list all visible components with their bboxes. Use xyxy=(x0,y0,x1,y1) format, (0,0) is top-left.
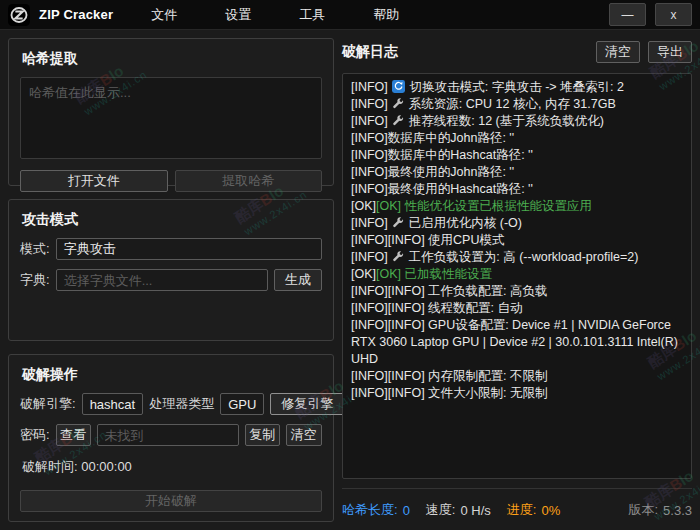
log-line: [INFO][INFO] 工作负载配置: 高负载 xyxy=(351,283,683,300)
progress-value: 0% xyxy=(541,503,560,518)
copy-password-button[interactable]: 复制 xyxy=(245,424,280,446)
log-export-button[interactable]: 导出 xyxy=(648,41,692,63)
view-password-button[interactable]: 查看 xyxy=(56,424,91,446)
right-column: 破解日志 清空 导出 [INFO] 切换攻击模式: 字典攻击 -> 堆叠索引: … xyxy=(342,38,692,522)
log-line: [INFO] 系统资源: CPU 12 核心, 内存 31.7GB xyxy=(351,96,683,113)
start-crack-button[interactable]: 开始破解 xyxy=(20,490,322,512)
log-header: 破解日志 清空 导出 xyxy=(342,40,692,64)
clear-password-button[interactable]: 清空 xyxy=(286,424,322,446)
log-line: [OK][OK] 性能优化设置已根据性能设置应用 xyxy=(351,198,683,215)
log-line: [INFO]数据库中的John路径: '' xyxy=(351,130,683,147)
wrench-icon xyxy=(392,113,404,130)
log-line: [INFO][INFO] 使用CPU模式 xyxy=(351,232,683,249)
window-controls: — x xyxy=(609,3,692,26)
log-line: [INFO][INFO] 文件大小限制: 无限制 xyxy=(351,385,683,402)
extract-hash-button[interactable]: 提取哈希 xyxy=(175,170,323,192)
speed-label: 速度: xyxy=(426,501,456,519)
log-line: [INFO]最终使用的Hashcat路径: '' xyxy=(351,181,683,198)
hash-length-value: 0 xyxy=(403,503,410,518)
log-line: [INFO]数据库中的Hashcat路径: '' xyxy=(351,147,683,164)
log-line: [OK][OK] 已加载性能设置 xyxy=(351,266,683,283)
version-value: 5.3.3 xyxy=(663,503,692,518)
crack-ops-title: 破解操作 xyxy=(22,366,322,384)
crack-time-row: 破解时间: 00:00:00 xyxy=(22,458,322,476)
app-title: ZIP Cracker xyxy=(39,7,113,22)
log-line: [INFO]最终使用的John路径: '' xyxy=(351,164,683,181)
attack-mode-panel: 攻击模式 模式: 字典攻击 字典: 生成 xyxy=(8,199,334,341)
app-logo-icon xyxy=(8,4,30,26)
crack-time-value: 00:00:00 xyxy=(81,459,132,474)
open-file-button[interactable]: 打开文件 xyxy=(20,170,168,192)
speed-value: 0 H/s xyxy=(460,503,490,518)
repair-engine-button[interactable]: 修复引擎 xyxy=(270,393,344,415)
wrench-icon xyxy=(392,249,404,266)
dict-label: 字典: xyxy=(20,271,50,289)
generate-dict-button[interactable]: 生成 xyxy=(274,269,322,291)
crack-time-label: 破解时间: xyxy=(22,459,78,474)
crack-ops-panel: 破解操作 破解引擎: hashcat 处理器类型 GPU 修复引擎 密码: 查看… xyxy=(8,354,334,522)
log-line: [INFO][INFO] GPU设备配置: Device #1 | NVIDIA… xyxy=(351,317,683,368)
attack-mode-select[interactable]: 字典攻击 xyxy=(56,238,322,260)
version-label: 版本: xyxy=(628,501,658,519)
menubar: 文件 设置 工具 帮助 xyxy=(151,6,399,24)
attack-mode-title: 攻击模式 xyxy=(22,211,322,229)
processor-type-label: 处理器类型 xyxy=(149,395,214,413)
log-clear-button[interactable]: 清空 xyxy=(596,41,640,63)
log-line: [INFO] 已启用优化内核 (-O) xyxy=(351,215,683,232)
close-button[interactable]: x xyxy=(655,3,692,26)
hash-output-area[interactable] xyxy=(20,77,322,159)
processor-type-select[interactable]: GPU xyxy=(220,393,264,415)
password-label: 密码: xyxy=(20,426,50,444)
log-line: [INFO][INFO] 内存限制配置: 不限制 xyxy=(351,368,683,385)
hash-extract-title: 哈希提取 xyxy=(22,50,322,68)
menu-item-help[interactable]: 帮助 xyxy=(373,6,399,24)
log-line: [INFO][INFO] 线程数配置: 自动 xyxy=(351,300,683,317)
log-line: [INFO] 工作负载设置为: 高 (--workload-profile=2) xyxy=(351,249,683,266)
minimize-button[interactable]: — xyxy=(609,3,646,26)
hash-extract-panel: 哈希提取 打开文件 提取哈希 xyxy=(8,38,334,186)
progress-label: 进度: xyxy=(507,501,537,519)
titlebar: ZIP Cracker 文件 设置 工具 帮助 — x xyxy=(0,0,700,30)
menu-item-settings[interactable]: 设置 xyxy=(225,6,251,24)
wrench-icon xyxy=(392,215,404,232)
log-line: [INFO] 切换攻击模式: 字典攻击 -> 堆叠索引: 2 xyxy=(351,79,683,96)
dict-file-input[interactable] xyxy=(56,269,268,291)
menu-item-tools[interactable]: 工具 xyxy=(299,6,325,24)
refresh-icon xyxy=(392,79,405,96)
engine-label: 破解引擎: xyxy=(20,395,76,413)
log-lines[interactable]: [INFO] 切换攻击模式: 字典攻击 -> 堆叠索引: 2[INFO] 系统资… xyxy=(342,73,692,479)
password-result-field[interactable] xyxy=(97,424,239,446)
left-column: 哈希提取 打开文件 提取哈希 攻击模式 模式: 字典攻击 字典: 生成 破解操作 xyxy=(8,38,334,522)
wrench-icon xyxy=(392,96,404,113)
mode-label: 模式: xyxy=(20,240,50,258)
menu-item-file[interactable]: 文件 xyxy=(151,6,177,24)
engine-select[interactable]: hashcat xyxy=(82,393,144,415)
main-area: 哈希提取 打开文件 提取哈希 攻击模式 模式: 字典攻击 字典: 生成 破解操作 xyxy=(0,30,700,530)
log-title: 破解日志 xyxy=(342,43,398,61)
status-bar: 哈希长度: 0 速度: 0 H/s 进度: 0% 版本: 5.3.3 xyxy=(342,488,692,522)
hash-length-label: 哈希长度: xyxy=(342,501,398,519)
log-line: [INFO] 推荐线程数: 12 (基于系统负载优化) xyxy=(351,113,683,130)
